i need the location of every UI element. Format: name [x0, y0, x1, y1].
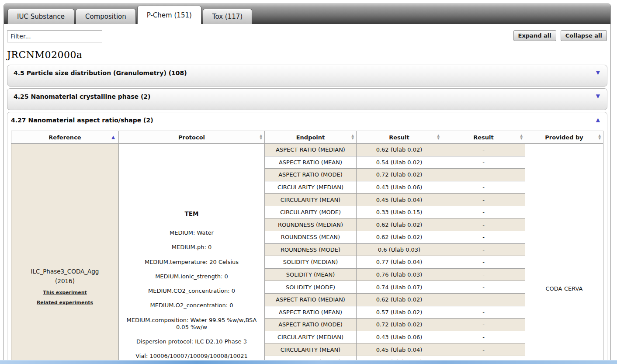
tab-label: Composition [85, 13, 126, 21]
result-cell: 0.62 (Ulab 0.02) [357, 231, 442, 244]
chevron-up-icon: ▲ [596, 117, 600, 123]
endpoint-cell: ASPECT RATIO (MEAN) [265, 306, 357, 319]
result-cell-2: - [442, 293, 525, 306]
tab-bar: IUC Substance Composition P-Chem (151) T… [4, 4, 610, 24]
sort-both-icon: ▲▼ [599, 134, 601, 140]
sort-both-icon: ▲▼ [352, 134, 354, 140]
column-header-reference[interactable]: Reference ▲ [11, 131, 119, 144]
result-cell: 0.62 (Ulab 0.02) [357, 293, 442, 306]
tab-iuc-substance[interactable]: IUC Substance [7, 9, 74, 24]
reference-name: ILC_Phase3_CODA_Agg [14, 268, 116, 275]
column-label: Endpoint [296, 134, 325, 141]
protocol-detail-line: MEDIUM.CO2_concentration: 0 [121, 288, 262, 295]
result-cell: 0.33 (Ulab 0.15) [357, 206, 442, 218]
result-cell-2: - [442, 231, 525, 244]
result-cell: 0.62 (Ulab 0.02) [357, 218, 442, 231]
column-label: Reference [49, 134, 81, 141]
result-cell-2: - [442, 256, 525, 269]
sort-both-icon: ▲▼ [437, 134, 440, 140]
result-cell: 0.57 (Ulab 0.02) [357, 306, 442, 319]
protocol-detail-line: MEDIUM.temperature: 20 Celsius [121, 259, 262, 266]
result-cell: 0.43 (Ulab 0.06) [357, 331, 442, 343]
protocol-cell: TEM MEDIUM: WaterMEDIUM.ph: 0MEDIUM.temp… [119, 144, 265, 364]
endpoint-cell: SOLIDITY (MEAN) [265, 268, 357, 281]
column-header-result-1[interactable]: Result ▲▼ [357, 131, 442, 144]
result-cell-2: - [442, 331, 525, 343]
protocol-detail-line: MEDIUM.ph: 0 [121, 244, 262, 251]
result-cell-2: - [442, 206, 525, 218]
result-cell-2: - [442, 319, 525, 331]
endpoint-cell: ROUNDNESS (MEDIAN) [265, 218, 357, 231]
endpoint-cell: ASPECT RATIO (MEDIAN) [265, 144, 357, 156]
results-tbody: ILC_Phase3_CODA_Agg (2016) This experime… [11, 144, 603, 364]
result-cell: 0.6 (Ulab 0.03) [357, 243, 442, 256]
result-cell: 0.43 (Ulab 0.06) [357, 181, 442, 194]
tab-tox[interactable]: Tox (117) [203, 9, 252, 24]
column-label: Result [389, 134, 409, 141]
this-experiment-link[interactable]: This experiment [14, 290, 116, 295]
column-header-protocol[interactable]: Protocol ▲▼ [119, 131, 265, 144]
table-header-row: Reference ▲ Protocol ▲▼ Endpoint [11, 131, 603, 144]
endpoint-cell: ASPECT RATIO (MEDIAN) [265, 293, 357, 306]
tab-label: Tox (117) [212, 13, 243, 21]
sort-both-icon: ▲▼ [520, 134, 523, 140]
endpoint-cell: ASPECT RATIO (MODE) [265, 319, 357, 331]
result-cell-2: - [442, 306, 525, 319]
protocol-detail-line: MEDIUM.composition: Water 99.95 %w/w,BSA… [121, 317, 262, 331]
protocol-detail-line: Vial: 10006/10007/10009/10008/10021 [121, 353, 262, 360]
protocol-detail-line: MEDIUM.O2_concentration: 0 [121, 302, 262, 309]
column-label: Protocol [178, 134, 205, 141]
accordion-title: 4.27 Nanomaterial aspect ratio/shape (2) [7, 112, 607, 128]
result-cell-2: - [442, 268, 525, 281]
chevron-down-icon: ▼ [596, 69, 600, 76]
endpoint-cell: ROUNDNESS (MEAN) [265, 231, 357, 244]
filter-input[interactable] [7, 30, 102, 42]
column-header-provided-by[interactable]: Provided by ▲▼ [525, 131, 603, 144]
tabs-widget: IUC Substance Composition P-Chem (151) T… [3, 3, 611, 364]
endpoint-cell: CIRCULARITY (MEAN) [265, 194, 357, 206]
endpoint-cell: ROUNDNESS (MODE) [265, 243, 357, 256]
result-cell-2: - [442, 218, 525, 231]
collapse-all-button[interactable]: Collapse all [561, 30, 607, 41]
result-cell: 0.72 (Ulab 0.02) [357, 319, 442, 331]
result-cell-2: - [442, 281, 525, 294]
accordion-header-particle-size[interactable]: 4.5 Particle size distribution (Granulom… [7, 65, 607, 87]
result-cell: 0.74 (Ulab 0.07) [357, 281, 442, 294]
expand-all-button[interactable]: Expand all [513, 30, 556, 41]
result-cell-2: - [442, 144, 525, 156]
endpoint-cell: CIRCULARITY (MEAN) [265, 343, 357, 356]
column-label: Result [473, 134, 494, 141]
protocol-detail-line: MEDIUM.ionic_strength: 0 [121, 273, 262, 280]
tab-composition[interactable]: Composition [76, 9, 136, 24]
result-cell: 0.54 (Ulab 0.02) [357, 156, 442, 169]
result-cell-2: - [442, 181, 525, 194]
result-cell-2: - [442, 194, 525, 206]
reference-year: (2016) [14, 277, 116, 284]
column-header-result-2[interactable]: Result ▲▼ [442, 131, 525, 144]
table-row: ILC_Phase3_CODA_Agg (2016) This experime… [11, 144, 603, 156]
protocol-details: MEDIUM: WaterMEDIUM.ph: 0MEDIUM.temperat… [121, 229, 262, 360]
result-cell: 0.62 (Ulab 0.02) [357, 144, 442, 156]
accordion-header-crystalline-phase[interactable]: 4.25 Nanomaterial crystalline phase (2) … [7, 88, 607, 110]
results-table: Reference ▲ Protocol ▲▼ Endpoint [11, 131, 603, 364]
column-header-endpoint[interactable]: Endpoint ▲▼ [265, 131, 357, 144]
chevron-down-icon: ▼ [596, 93, 600, 99]
page-title: JRCNM02000a [7, 49, 610, 60]
provided-by-value: CODA-CERVA [528, 285, 600, 292]
accordion-section-aspect-ratio: 4.27 Nanomaterial aspect ratio/shape (2)… [7, 112, 607, 364]
protocol-method: TEM [121, 210, 262, 217]
result-cell-2: - [442, 343, 525, 356]
endpoint-cell: SOLIDITY (MODE) [265, 281, 357, 294]
protocol-detail-line: MEDIUM: Water [121, 229, 262, 236]
results-table-wrapper: Reference ▲ Protocol ▲▼ Endpoint [7, 128, 607, 364]
tab-pchem[interactable]: P-Chem (151) [137, 6, 201, 24]
result-cell: 0.77 (Ulab 0.04) [357, 256, 442, 269]
tab-label: IUC Substance [17, 13, 65, 21]
result-cell: 0.72 (Ulab 0.02) [357, 169, 442, 181]
result-cell: 0.45 (Ulab 0.04) [357, 343, 442, 356]
accordion-header-aspect-ratio[interactable]: 4.27 Nanomaterial aspect ratio/shape (2)… [7, 112, 607, 128]
related-experiments-link[interactable]: Related experiments [14, 300, 116, 305]
result-cell-2: - [442, 243, 525, 256]
endpoint-cell: ASPECT RATIO (MEAN) [265, 156, 357, 169]
result-cell: 0.45 (Ulab 0.04) [357, 194, 442, 206]
